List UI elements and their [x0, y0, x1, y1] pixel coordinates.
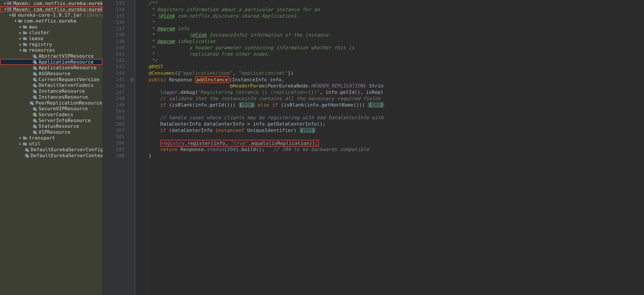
chevron-right-icon[interactable]: ▶	[19, 43, 22, 46]
editor-pane[interactable]: /** * Registers information about a part…	[135, 0, 644, 295]
gutter-annotation	[129, 51, 135, 57]
line-number: 136	[102, 19, 124, 26]
chevron-right-icon[interactable]: ▶	[19, 31, 22, 35]
chevron-down-icon[interactable]: ▼	[4, 8, 6, 11]
chevron-down-icon[interactable]: ▼	[14, 19, 17, 23]
tree-item-label: AbstractVIPResource	[38, 53, 94, 59]
svg-rect-3	[10, 2, 11, 5]
tree-pkg-root[interactable]: ▼com.netflix.eureka	[0, 18, 102, 24]
gutter-annotations: @	[129, 0, 135, 295]
tree-iface-ServerCodecs[interactable]: IServerCodecs	[0, 112, 102, 117]
chevron-down-icon[interactable]: ▼	[19, 49, 22, 52]
code-line[interactable]: * a header parameter containing informat…	[135, 45, 644, 51]
tree-class-SecureVIPResource[interactable]: cSecureVIPResource	[0, 106, 102, 112]
tree-pkg-util[interactable]: ▶util	[0, 141, 102, 147]
tree-jar-eureka-core[interactable]: ▼eureka-core-1.9.17.jarlibrary root	[0, 12, 102, 18]
gutter-annotation	[129, 140, 135, 146]
tree-class-AbstractVIPResource[interactable]: cAbstractVIPResource	[0, 53, 102, 59]
code-line[interactable]: * @param info	[135, 26, 644, 32]
class-icon: c	[32, 118, 37, 123]
tree-class-ApplicationsResource[interactable]: cApplicationsResource	[0, 65, 102, 71]
tree-class-InstancesResource[interactable]: cInstancesResource	[0, 94, 102, 100]
code-line[interactable]: */	[135, 57, 644, 64]
code-line[interactable]: public Response addInstance(InstanceInfo…	[135, 76, 644, 83]
gutter-annotation	[129, 19, 135, 26]
tree-item-label: InstancesResource	[38, 94, 88, 100]
code-line[interactable]: registry.register(info, "true".equals(is…	[135, 140, 644, 146]
tree-pkg-transport[interactable]: ▶transport	[0, 135, 102, 141]
tree-item-label: ASGResource	[38, 71, 70, 76]
line-number: 164	[102, 108, 124, 114]
tree-class-DefaultServerCodecs[interactable]: cDefaultServerCodecs	[0, 82, 102, 88]
chevron-right-icon[interactable]: ▶	[19, 37, 22, 40]
code-line[interactable]: DataCenterInfo dataCenterInfo = info.get…	[135, 121, 644, 127]
tree-class-DefaultEurekaServerConfig[interactable]: cDefaultEurekaServerConfig	[0, 147, 102, 153]
code-line[interactable]: * replicated from other nodes.	[135, 51, 644, 57]
chevron-right-icon[interactable]: ▶	[19, 136, 22, 140]
code-line[interactable]: @HeaderParam(PeerEurekaNode.HEADER_REPLI…	[135, 83, 644, 89]
code-line[interactable]: * Registers information about a particul…	[135, 6, 644, 13]
class-icon: c	[32, 54, 37, 58]
code-line[interactable]: * {@link com.netflix.discovery.shared.Ap…	[135, 13, 644, 19]
gutter-annotation	[129, 38, 135, 45]
svg-rect-4	[7, 8, 8, 11]
tree-item-label: ApplicationResource	[38, 59, 94, 65]
code-line[interactable]: *	[135, 19, 644, 26]
class-icon: c	[32, 66, 37, 70]
tree-class-VIPResource[interactable]: cVIPResource	[0, 129, 102, 135]
code-line[interactable]: logger.debug("Registering instance {} (r…	[135, 89, 644, 95]
tree-pkg-resources[interactable]: ▼resources	[0, 47, 102, 53]
code-line[interactable]: if (dataCenterInfo instanceof UniqueIden…	[135, 127, 644, 133]
tree-pkg-cluster[interactable]: ▶cluster	[0, 30, 102, 36]
tree-maven-eureka-core[interactable]: ▼Maven: com.netflix.eureka:eureka-core:1…	[0, 6, 102, 12]
gutter-annotation	[129, 6, 135, 13]
tree-item-label: InstanceResource	[38, 88, 85, 94]
tree-class-PeerReplicationResource[interactable]: cPeerReplicationResource	[0, 100, 102, 106]
tree-pkg-registry[interactable]: ▶registry	[0, 42, 102, 47]
tree-class-CurrentRequestVersion[interactable]: cCurrentRequestVersion	[0, 77, 102, 82]
pkg-icon	[23, 42, 27, 47]
project-tree[interactable]: ▶Maven: com.netflix.eureka:eureka-client…	[0, 0, 102, 295]
tree-item-label: VIPResource	[38, 129, 70, 135]
code-line[interactable]: // handle cases where clients may be reg…	[135, 114, 644, 121]
gutter-annotation	[129, 13, 135, 19]
iface-icon: I	[32, 112, 37, 117]
code-line[interactable]: return Response.status(204).build(); // …	[135, 146, 644, 153]
tree-class-ApplicationResource[interactable]: cApplicationResource	[0, 59, 102, 65]
gutter-annotation	[129, 133, 135, 140]
code-line[interactable]	[135, 133, 644, 140]
svg-rect-5	[8, 8, 9, 11]
chevron-right-icon[interactable]: ▶	[19, 25, 22, 29]
svg-rect-0	[7, 2, 8, 5]
tree-class-DefaultEurekaServerContext[interactable]: cDefaultEurekaServerContext	[0, 153, 102, 158]
gutter-annotation	[129, 45, 135, 51]
code-line[interactable]: if (isBlank(info.getId())) {...} else if…	[135, 102, 644, 108]
method-addInstance: addInstance	[196, 77, 228, 82]
tree-class-ASGResource[interactable]: cASGResource	[0, 71, 102, 77]
gutter-annotation	[129, 32, 135, 38]
chevron-right-icon[interactable]: ▶	[19, 142, 22, 146]
code-line[interactable]: // validate that the instanceinfo contai…	[135, 95, 644, 102]
line-number: 134	[102, 6, 124, 13]
code-line[interactable]	[135, 108, 644, 114]
chevron-down-icon[interactable]: ▼	[9, 13, 11, 17]
tree-pkg-lease[interactable]: ▶lease	[0, 36, 102, 42]
code-line[interactable]: /**	[135, 0, 644, 6]
svg-rect-1	[8, 2, 9, 5]
gutter-annotation	[129, 146, 135, 153]
chevron-right-icon[interactable]: ▶	[4, 2, 6, 5]
tree-item-label: DefaultServerCodecs	[38, 82, 94, 88]
tree-maven-eureka-client[interactable]: ▶Maven: com.netflix.eureka:eureka-client…	[0, 1, 102, 6]
tree-class-StatusResource[interactable]: cStatusResource	[0, 123, 102, 129]
code-line[interactable]: * @param isReplication	[135, 38, 644, 45]
code-line[interactable]: }	[135, 153, 644, 159]
gutter-annotation	[129, 26, 135, 32]
code-line[interactable]: * {@link InstanceInfo} information of th…	[135, 32, 644, 38]
tree-class-ServerInfoResource[interactable]: cServerInfoResource	[0, 117, 102, 123]
code-line[interactable]: @Consumes({"application/json", "applicat…	[135, 70, 644, 76]
line-number: 140	[102, 45, 124, 51]
code-line[interactable]: @POST	[135, 64, 644, 70]
tree-pkg-aws[interactable]: ▶aws	[0, 24, 102, 30]
tree-class-InstanceResource[interactable]: cInstanceResource	[0, 88, 102, 94]
tree-item-label: ServerInfoResource	[38, 118, 90, 123]
